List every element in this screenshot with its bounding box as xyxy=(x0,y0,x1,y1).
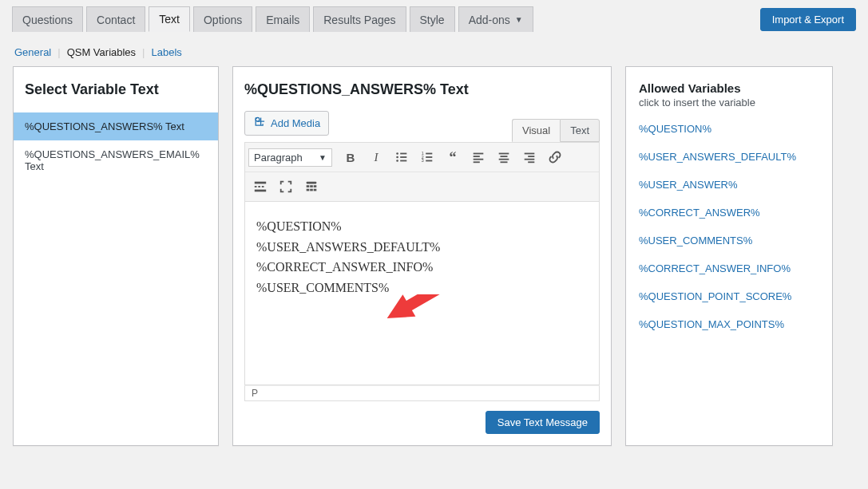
add-media-label: Add Media xyxy=(271,117,320,129)
svg-rect-20 xyxy=(501,161,508,163)
allowed-var-link[interactable]: %QUESTION_POINT_SCORE% xyxy=(639,290,819,302)
editor-content[interactable]: %QUESTION% %USER_ANSWERS_DEFAULT% %CORRE… xyxy=(244,202,600,385)
editor-toolbar: Paragraph ▼ B I 123 “ xyxy=(244,142,600,202)
svg-rect-36 xyxy=(314,189,317,191)
align-center-button[interactable] xyxy=(492,146,516,168)
allowed-var-link[interactable]: %CORRECT_ANSWER_INFO% xyxy=(639,262,819,274)
svg-rect-2 xyxy=(400,153,406,155)
chevron-down-icon: ▼ xyxy=(515,15,523,24)
import-export-button[interactable]: Import & Export xyxy=(760,8,856,31)
svg-rect-30 xyxy=(307,182,317,184)
svg-rect-21 xyxy=(525,153,535,155)
italic-button[interactable]: I xyxy=(364,146,388,168)
allowed-var-link[interactable]: %QUESTION_MAX_POINTS% xyxy=(639,318,819,330)
separator: | xyxy=(142,46,145,58)
separator: | xyxy=(57,46,60,58)
svg-rect-31 xyxy=(307,185,310,187)
allowed-var-link[interactable]: %USER_COMMENTS% xyxy=(639,235,819,246)
svg-point-1 xyxy=(396,152,398,155)
svg-rect-22 xyxy=(528,156,534,157)
svg-rect-6 xyxy=(400,160,406,162)
allowed-variables-sub: click to insert the variable xyxy=(639,97,819,108)
bullet-list-button[interactable] xyxy=(390,146,414,168)
editor-panel: %QUESTIONS_ANSWERS% Text Add Media Visua… xyxy=(232,66,612,446)
allowed-variables-heading: Allowed Variables xyxy=(639,81,819,95)
svg-rect-10 xyxy=(426,156,432,158)
svg-rect-26 xyxy=(255,186,257,187)
save-text-message-button[interactable]: Save Text Message xyxy=(486,411,600,434)
svg-rect-16 xyxy=(474,161,480,163)
chevron-down-icon: ▼ xyxy=(319,153,327,162)
editor-status-path: P xyxy=(244,385,600,401)
svg-rect-14 xyxy=(474,156,480,157)
subnav-general[interactable]: General xyxy=(14,46,51,58)
svg-rect-27 xyxy=(258,186,260,187)
svg-rect-28 xyxy=(262,186,264,187)
select-variable-heading: Select Variable Text xyxy=(14,81,218,112)
tab-addons[interactable]: Add-ons ▼ xyxy=(458,6,533,32)
tab-results-pages[interactable]: Results Pages xyxy=(313,6,406,32)
editor-heading: %QUESTIONS_ANSWERS% Text xyxy=(244,81,600,111)
svg-point-5 xyxy=(396,160,398,162)
svg-rect-8 xyxy=(426,153,432,155)
svg-rect-4 xyxy=(400,156,406,158)
link-button[interactable] xyxy=(543,146,567,168)
allowed-var-link[interactable]: %CORRECT_ANSWER% xyxy=(639,207,819,219)
tab-options[interactable]: Options xyxy=(193,6,252,32)
editor-line: %USER_COMMENTS% xyxy=(256,278,588,298)
subnav-labels[interactable]: Labels xyxy=(152,46,182,58)
tab-style[interactable]: Style xyxy=(410,6,455,32)
align-right-button[interactable] xyxy=(517,146,541,168)
format-select[interactable]: Paragraph ▼ xyxy=(248,148,332,167)
toolbar-toggle-button[interactable] xyxy=(299,175,323,198)
add-media-button[interactable]: Add Media xyxy=(244,111,329,136)
readmore-button[interactable] xyxy=(248,175,272,198)
svg-rect-17 xyxy=(499,153,509,155)
allowed-var-link[interactable]: %USER_ANSWERS_DEFAULT% xyxy=(639,151,819,163)
editor-tab-visual[interactable]: Visual xyxy=(512,119,560,142)
tab-emails[interactable]: Emails xyxy=(256,6,310,32)
svg-rect-34 xyxy=(307,189,310,191)
editor-tab-text[interactable]: Text xyxy=(560,119,600,142)
tab-questions[interactable]: Questions xyxy=(12,6,83,32)
svg-rect-15 xyxy=(474,159,484,160)
main-tabs: Questions Contact Text Options Emails Re… xyxy=(12,6,533,32)
allowed-variables-panel: Allowed Variables click to insert the va… xyxy=(625,66,833,446)
editor-line: %USER_ANSWERS_DEFAULT% xyxy=(256,237,588,258)
svg-rect-13 xyxy=(474,153,484,155)
tab-text[interactable]: Text xyxy=(149,6,190,32)
svg-rect-32 xyxy=(310,185,313,187)
media-icon xyxy=(253,116,266,131)
variable-item-questions-answers-email[interactable]: %QUESTIONS_ANSWERS_EMAIL% Text xyxy=(14,140,218,180)
svg-rect-25 xyxy=(255,182,266,184)
svg-rect-18 xyxy=(501,156,508,157)
svg-rect-33 xyxy=(314,185,317,187)
svg-text:3: 3 xyxy=(422,158,424,163)
svg-rect-35 xyxy=(310,189,313,191)
sub-nav: General | QSM Variables | Labels xyxy=(0,32,868,66)
tab-addons-label: Add-ons xyxy=(469,14,510,26)
variable-item-questions-answers[interactable]: %QUESTIONS_ANSWERS% Text xyxy=(14,112,218,140)
svg-rect-19 xyxy=(499,159,509,160)
numbered-list-button[interactable]: 123 xyxy=(415,146,439,168)
select-variable-panel: Select Variable Text %QUESTIONS_ANSWERS%… xyxy=(13,66,219,446)
subnav-qsm-variables[interactable]: QSM Variables xyxy=(67,46,136,58)
fullscreen-button[interactable] xyxy=(274,175,298,198)
svg-rect-12 xyxy=(426,160,432,162)
tab-contact[interactable]: Contact xyxy=(86,6,145,32)
bold-button[interactable]: B xyxy=(339,146,363,168)
svg-rect-29 xyxy=(255,190,266,192)
align-left-button[interactable] xyxy=(466,146,490,168)
blockquote-button[interactable]: “ xyxy=(441,146,465,168)
svg-point-3 xyxy=(396,156,398,159)
svg-rect-23 xyxy=(525,159,535,160)
editor-line: %QUESTION% xyxy=(256,216,588,237)
format-select-label: Paragraph xyxy=(254,152,303,164)
allowed-var-link[interactable]: %USER_ANSWER% xyxy=(639,179,819,191)
svg-rect-24 xyxy=(528,161,534,163)
allowed-var-link[interactable]: %QUESTION% xyxy=(639,123,819,135)
editor-line: %CORRECT_ANSWER_INFO% xyxy=(256,257,588,278)
